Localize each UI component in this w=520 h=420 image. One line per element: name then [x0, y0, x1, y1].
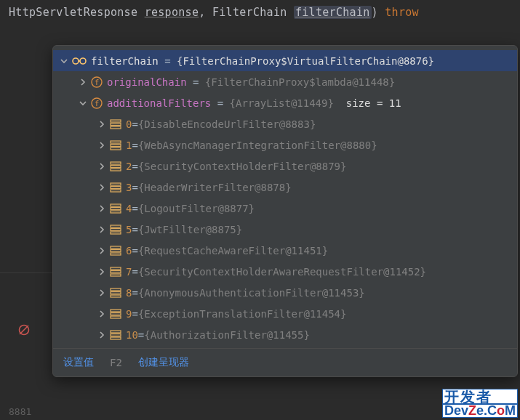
tree-row-array-item[interactable]: 10 = {AuthorizationFilter@11455} [53, 324, 517, 345]
array-index: 8 [126, 287, 132, 299]
svg-rect-37 [111, 312, 121, 315]
svg-rect-26 [111, 232, 121, 234]
svg-rect-11 [111, 126, 121, 129]
tree-row-array-item[interactable]: 0 = {DisableEncodeUrlFilter@8883} [53, 113, 517, 134]
array-index: 9 [126, 308, 132, 320]
chevron-right-icon[interactable] [97, 163, 107, 170]
field-icon: f [91, 97, 103, 109]
var-value: {ArrayList@11449} [230, 97, 334, 109]
list-element-icon [110, 246, 121, 256]
equals-sign: = [159, 55, 177, 67]
svg-rect-18 [111, 183, 121, 185]
chevron-right-icon[interactable] [78, 78, 88, 86]
tree-row-array-item[interactable]: 2 = {SecurityContextHolderFilter@8879} [53, 156, 517, 177]
svg-point-2 [73, 58, 79, 64]
debugger-eval-popup: filterChain = {FilterChainProxy$VirtualF… [52, 45, 518, 377]
var-size: size = 11 [334, 97, 401, 109]
chevron-right-icon[interactable] [97, 205, 107, 212]
tree-row-array-item[interactable]: 8 = {AnonymousAuthenticationFilter@11453… [53, 282, 517, 303]
svg-rect-38 [111, 316, 121, 318]
chevron-right-icon[interactable] [97, 121, 107, 128]
svg-rect-25 [111, 228, 121, 230]
var-value: {AnonymousAuthenticationFilter@11453} [138, 287, 365, 299]
watermark: 开发者 DevZe.CoM [443, 389, 517, 417]
svg-rect-31 [111, 270, 121, 272]
var-value: {FilterChainProxy$VirtualFilterChain@887… [177, 55, 434, 67]
tree-row-additionalfilters[interactable]: f additionalFilters = {ArrayList@11449} … [53, 92, 517, 113]
chevron-down-icon[interactable] [78, 100, 88, 107]
glasses-icon [72, 57, 87, 65]
svg-rect-33 [111, 288, 121, 291]
list-element-icon [110, 140, 121, 150]
list-element-icon [110, 330, 121, 340]
chevron-right-icon[interactable] [97, 310, 107, 318]
gutter-separator [0, 272, 52, 316]
array-index: 0 [126, 118, 132, 130]
equals-sign: = [132, 203, 137, 214]
list-element-icon [110, 267, 121, 277]
svg-rect-41 [111, 337, 121, 339]
svg-text:f: f [95, 78, 100, 87]
svg-rect-27 [111, 246, 121, 249]
list-element-icon [110, 225, 121, 235]
svg-rect-34 [111, 291, 121, 294]
equals-sign: = [132, 287, 137, 299]
array-index: 7 [126, 266, 132, 278]
tree-row-array-item[interactable]: 6 = {RequestCacheAwareFilter@11451} [53, 240, 517, 261]
shortcut-f2: F2 [110, 357, 122, 368]
var-name: originalChain [107, 76, 187, 88]
svg-rect-21 [111, 204, 121, 206]
var-value: {RequestCacheAwareFilter@11451} [138, 245, 328, 257]
array-index: 6 [126, 245, 132, 257]
var-value: {DisableEncodeUrlFilter@8883} [138, 118, 316, 130]
tree-row-array-item[interactable]: 7 = {SecurityContextHolderAwareRequestFi… [53, 261, 517, 282]
watermark-top: 开发者 [443, 389, 517, 404]
chevron-right-icon[interactable] [97, 184, 107, 191]
chevron-right-icon[interactable] [97, 226, 107, 233]
equals-sign: = [132, 182, 137, 193]
svg-rect-28 [111, 249, 121, 251]
svg-rect-20 [111, 190, 121, 192]
editor-gutter: 8881 [0, 33, 52, 420]
chevron-right-icon[interactable] [97, 331, 107, 339]
tree-row-filterchain[interactable]: filterChain = {FilterChainProxy$VirtualF… [53, 50, 517, 71]
var-value: {WebAsyncManagerIntegrationFilter@8880} [138, 140, 377, 151]
code-editor-line: HttpServletResponse response, FilterChai… [0, 0, 520, 25]
code-param-filterchain[interactable]: filterChain [294, 6, 372, 19]
equals-sign: = [132, 266, 137, 278]
code-text: ) [372, 6, 385, 19]
chevron-right-icon[interactable] [97, 289, 107, 296]
svg-rect-29 [111, 253, 121, 255]
equals-sign: = [211, 97, 229, 109]
svg-rect-24 [111, 225, 121, 227]
var-value: {SecurityContextHolderAwareRequestFilter… [138, 266, 426, 278]
var-value: {AuthorizationFilter@11455} [144, 329, 310, 341]
tree-row-array-item[interactable]: 3 = {HeaderWriterFilter@8878} [53, 177, 517, 198]
svg-rect-19 [111, 186, 121, 188]
tree-row-originalchain[interactable]: f originalChain = {FilterChainProxy$lamb… [53, 71, 517, 92]
breakpoint-muted-icon[interactable] [17, 323, 31, 339]
list-element-icon [110, 182, 121, 193]
chevron-right-icon[interactable] [97, 247, 107, 254]
var-value: {FilterChainProxy$lambda@11448} [205, 76, 395, 88]
equals-sign: = [132, 308, 137, 320]
create-renderer-action[interactable]: 创建呈现器 [138, 356, 189, 369]
code-keyword-throw: throw [385, 6, 419, 19]
svg-rect-30 [111, 267, 121, 270]
tree-row-array-item[interactable]: 5 = {JwtFillter@8875} [53, 219, 517, 240]
svg-rect-40 [111, 334, 121, 336]
chevron-right-icon[interactable] [97, 142, 107, 149]
tree-row-array-item[interactable]: 9 = {ExceptionTranslationFilter@11454} [53, 303, 517, 324]
array-index: 3 [126, 182, 132, 193]
tree-row-array-item[interactable]: 1 = {WebAsyncManagerIntegrationFilter@88… [53, 134, 517, 156]
svg-rect-16 [111, 165, 121, 167]
variable-tree[interactable]: filterChain = {FilterChainProxy$VirtualF… [53, 46, 517, 348]
set-value-action[interactable]: 设置值 [63, 356, 94, 369]
svg-rect-14 [111, 148, 121, 150]
chevron-right-icon[interactable] [97, 268, 107, 275]
var-value: {JwtFillter@8875} [138, 224, 242, 235]
array-index: 5 [126, 224, 132, 235]
tree-row-array-item[interactable]: 4 = {LogoutFilter@8877} [53, 198, 517, 219]
chevron-down-icon[interactable] [59, 57, 69, 65]
svg-rect-32 [111, 274, 121, 276]
